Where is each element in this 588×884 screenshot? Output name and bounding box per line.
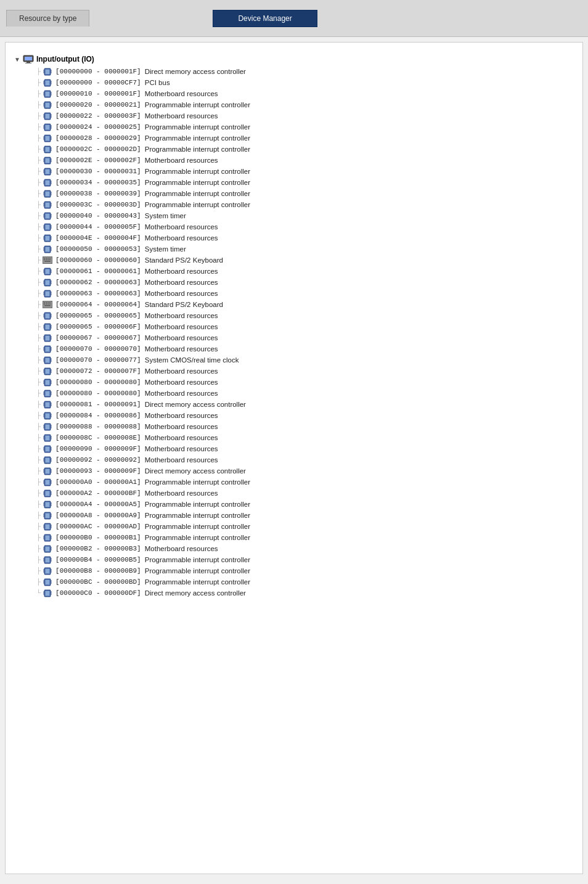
- item-description: Motherboard resources: [145, 233, 218, 243]
- tree-item[interactable]: ├ [000000A8 - 000000A9]Programmable inte…: [14, 510, 574, 521]
- tree-item[interactable]: ├ [0000002C - 0000002D]Programmable inte…: [14, 144, 574, 155]
- tree-item[interactable]: ├ [0000002E - 0000002F]Motherboard resou…: [14, 155, 574, 166]
- tree-item[interactable]: ├ [00000067 - 00000067]Motherboard resou…: [14, 332, 574, 343]
- tree-item[interactable]: ├ [00000065 - 0000006F]Motherboard resou…: [14, 321, 574, 332]
- tree-item[interactable]: ├ [00000080 - 00000080]Motherboard resou…: [14, 377, 574, 388]
- tree-connector: └: [36, 588, 41, 598]
- item-address: [000000BC - 000000BD]: [55, 577, 141, 587]
- item-address: [000000B8 - 000000B9]: [55, 566, 141, 576]
- item-address: [000000B0 - 000000B1]: [55, 533, 141, 542]
- tree-item[interactable]: ├ [00000090 - 0000009F]Motherboard resou…: [14, 443, 574, 454]
- tree-item[interactable]: ├ [000000B4 - 000000B5]Programmable inte…: [14, 554, 574, 565]
- svg-rect-2: [27, 62, 30, 63]
- tree-item[interactable]: ├ [000000B0 - 000000B1]Programmable inte…: [14, 532, 574, 543]
- tree-connector: ├: [36, 477, 41, 487]
- svg-rect-161: [47, 258, 49, 259]
- tree-item[interactable]: ├ [00000080 - 00000080]Motherboard resou…: [14, 388, 574, 399]
- tree-item[interactable]: ├ [0000003C - 0000003D]Programmable inte…: [14, 199, 574, 210]
- tree-item[interactable]: ├ [00000060 - 00000060]Standard PS/2 Key…: [14, 255, 574, 266]
- tree-item[interactable]: ├ [000000AC - 000000AD]Programmable inte…: [14, 521, 574, 532]
- tree-connector: ├: [36, 422, 41, 432]
- tree-item[interactable]: ├ [00000022 - 0000003F]Motherboard resou…: [14, 110, 574, 121]
- svg-rect-235: [46, 347, 49, 351]
- item-address: [000000AC - 000000AD]: [55, 522, 141, 531]
- item-address: [00000022 - 0000003F]: [55, 111, 141, 121]
- item-description: Motherboard resources: [145, 89, 218, 99]
- item-description: Motherboard resources: [145, 422, 218, 432]
- tree-item[interactable]: ├ [000000A2 - 000000BF]Motherboard resou…: [14, 488, 574, 499]
- tree-item[interactable]: ├ [00000050 - 00000053]System timer: [14, 244, 574, 255]
- tree-item[interactable]: ├ [00000070 - 00000077]System CMOS/real …: [14, 354, 574, 366]
- item-address: [00000028 - 00000029]: [55, 133, 141, 143]
- tree-item[interactable]: ├ [00000081 - 00000091]Direct memory acc…: [14, 399, 574, 410]
- item-description: Motherboard resources: [145, 111, 218, 121]
- tree-item[interactable]: ├ [000000B8 - 000000B9]Programmable inte…: [14, 565, 574, 576]
- item-address: [00000034 - 00000035]: [55, 178, 141, 187]
- tree-item[interactable]: ├ [00000093 - 0000009F]Direct memory acc…: [14, 465, 574, 477]
- svg-rect-167: [44, 261, 51, 262]
- tree-connector: ├: [36, 166, 41, 176]
- svg-rect-262: [46, 380, 49, 385]
- item-address: [00000090 - 0000009F]: [55, 444, 141, 454]
- tree-item[interactable]: ├ [00000064 - 00000064]Standard PS/2 Key…: [14, 299, 574, 310]
- tree-item[interactable]: ├ [0000008C - 0000008E]Motherboard resou…: [14, 432, 574, 443]
- svg-rect-6: [46, 70, 49, 74]
- svg-rect-200: [49, 302, 51, 303]
- tree-item[interactable]: ├ [00000044 - 0000005F]Motherboard resou…: [14, 221, 574, 232]
- tree-item[interactable]: ├ [00000024 - 00000025]Programmable inte…: [14, 121, 574, 133]
- tree-item[interactable]: ├ [00000030 - 00000031]Programmable inte…: [14, 166, 574, 177]
- content-area: ▼ Input/output (IO) ├ [00000000 - 00: [5, 42, 583, 874]
- chip-icon: [42, 367, 53, 375]
- tree-connector: ├: [36, 577, 41, 587]
- tree-connector: ├: [36, 333, 41, 343]
- svg-rect-160: [46, 258, 47, 259]
- tree-item[interactable]: ├ [000000A0 - 000000A1]Programmable inte…: [14, 477, 574, 488]
- tree-item[interactable]: ├ [00000040 - 00000043]System timer: [14, 210, 574, 221]
- svg-rect-205: [44, 305, 51, 306]
- tree-item[interactable]: ├ [00000061 - 00000061]Motherboard resou…: [14, 266, 574, 277]
- tree-connector: ├: [36, 311, 41, 321]
- item-description: Programmable interrupt controller: [145, 499, 250, 509]
- tree-root-io[interactable]: ▼ Input/output (IO): [14, 54, 574, 65]
- tree-item[interactable]: ├ [00000028 - 00000029]Programmable inte…: [14, 133, 574, 144]
- tree-item[interactable]: ├ [0000004E - 0000004F]Motherboard resou…: [14, 232, 574, 244]
- chip-icon: [42, 444, 53, 453]
- svg-rect-197: [44, 302, 45, 303]
- tree-item[interactable]: ├ [00000000 - 00000CF7]PCI bus: [14, 77, 574, 88]
- tree-item[interactable]: ├ [00000010 - 0000001F]Motherboard resou…: [14, 88, 574, 99]
- tree-item[interactable]: ├ [000000BC - 000000BD]Programmable inte…: [14, 576, 574, 587]
- tree-item[interactable]: ├ [00000088 - 00000088]Motherboard resou…: [14, 421, 574, 432]
- tree-item[interactable]: ├ [000000A4 - 000000A5]Programmable inte…: [14, 499, 574, 510]
- tree-item[interactable]: ├ [000000B2 - 000000B3]Motherboard resou…: [14, 543, 574, 554]
- tree-item[interactable]: └ [000000C0 - 000000DF]Direct memory acc…: [14, 587, 574, 599]
- chip-icon: [42, 234, 53, 242]
- svg-rect-343: [46, 480, 49, 485]
- tree-item[interactable]: ├ [00000072 - 0000007F]Motherboard resou…: [14, 366, 574, 377]
- item-description: Programmable interrupt controller: [145, 533, 250, 542]
- tree-item[interactable]: ├ [00000065 - 00000065]Motherboard resou…: [14, 310, 574, 321]
- tree-item[interactable]: ├ [00000070 - 00000070]Motherboard resou…: [14, 343, 574, 354]
- tree-item[interactable]: ├ [00000034 - 00000035]Programmable inte…: [14, 177, 574, 188]
- item-description: Motherboard resources: [145, 322, 218, 332]
- item-description: Direct memory access controller: [145, 399, 246, 409]
- svg-rect-198: [46, 302, 47, 303]
- tab-resource-by-type[interactable]: Resource by type: [6, 10, 89, 27]
- item-description: Motherboard resources: [145, 333, 218, 343]
- chip-icon: [42, 511, 53, 520]
- tree-connector: ├: [36, 533, 41, 542]
- tree-item[interactable]: ├ [00000020 - 00000021]Programmable inte…: [14, 99, 574, 110]
- tree-item[interactable]: ├ [00000084 - 00000086]Motherboard resou…: [14, 410, 574, 421]
- tree-item[interactable]: ├ [00000038 - 00000039]Programmable inte…: [14, 188, 574, 199]
- tree-item[interactable]: ├ [00000063 - 00000063]Motherboard resou…: [14, 288, 574, 299]
- tree-item[interactable]: ├ [00000062 - 00000063]Motherboard resou…: [14, 277, 574, 288]
- item-description: Programmable interrupt controller: [145, 189, 250, 198]
- item-address: [00000040 - 00000043]: [55, 211, 141, 221]
- header-bar: Resource by type Device Manager: [0, 0, 588, 37]
- collapse-arrow[interactable]: ▼: [14, 56, 20, 63]
- chip-icon: [42, 223, 53, 231]
- tab-device-manager[interactable]: Device Manager: [213, 10, 317, 27]
- tree-item[interactable]: ├ [00000092 - 00000092]Motherboard resou…: [14, 454, 574, 465]
- item-description: Programmable interrupt controller: [145, 577, 250, 587]
- tree-item[interactable]: ├ [00000000 - 0000001F]Direct memory acc…: [14, 66, 574, 77]
- tree-connector: ├: [36, 510, 41, 520]
